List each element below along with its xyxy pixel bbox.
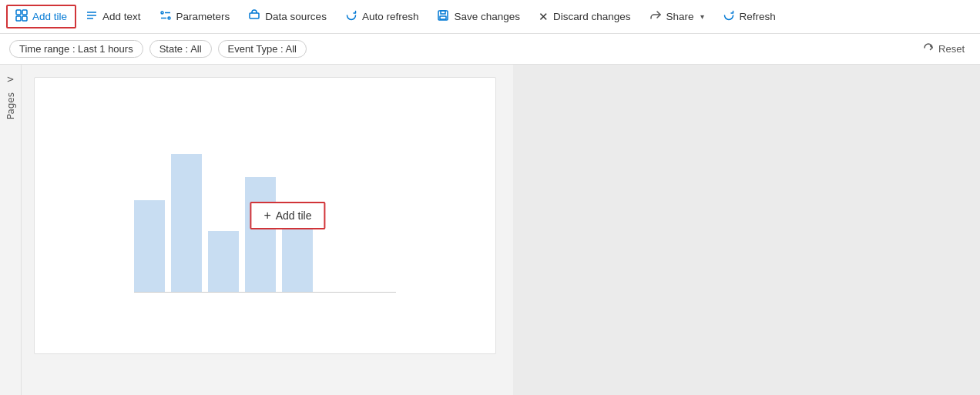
add-text-button[interactable]: Add text xyxy=(76,5,150,28)
chart-baseline xyxy=(134,292,396,293)
add-tile-icon xyxy=(15,9,28,24)
main-area: > Pages xyxy=(0,65,980,395)
discard-changes-label: Discard changes xyxy=(553,11,631,22)
svg-rect-14 xyxy=(440,16,446,19)
discard-changes-button[interactable]: ✕ Discard changes xyxy=(529,5,640,28)
reset-icon xyxy=(923,42,934,55)
auto-refresh-icon xyxy=(345,9,357,24)
svg-rect-2 xyxy=(16,16,21,21)
bar-group-1 xyxy=(134,200,165,293)
pages-label[interactable]: Pages xyxy=(5,92,16,119)
svg-rect-11 xyxy=(250,13,259,18)
bar-group-4 xyxy=(245,177,276,293)
event-type-filter[interactable]: Event Type : All xyxy=(218,40,307,58)
time-range-filter[interactable]: Time range : Last 1 hours xyxy=(9,40,143,58)
bar-3 xyxy=(208,231,239,293)
refresh-button[interactable]: Refresh xyxy=(713,5,785,28)
side-panel-toggle[interactable]: > xyxy=(3,71,17,88)
data-sources-button[interactable]: Data sources xyxy=(239,5,336,28)
svg-rect-9 xyxy=(168,17,170,19)
add-tile-canvas-button[interactable]: + Add tile xyxy=(250,202,325,229)
add-text-label: Add text xyxy=(102,11,141,22)
svg-rect-7 xyxy=(161,12,163,14)
refresh-icon xyxy=(723,9,735,24)
auto-refresh-label: Auto refresh xyxy=(362,11,419,22)
event-type-label: Event Type : All xyxy=(228,43,297,55)
reset-label: Reset xyxy=(938,43,965,55)
svg-rect-13 xyxy=(441,11,445,14)
parameters-button[interactable]: Parameters xyxy=(150,5,240,28)
share-icon xyxy=(649,9,662,24)
filter-bar: Time range : Last 1 hours State : All Ev… xyxy=(0,34,980,65)
state-label: State : All xyxy=(159,43,202,55)
bar-2 xyxy=(171,154,202,293)
toolbar: Add tile Add text Parameters Data source… xyxy=(0,0,980,34)
save-changes-button[interactable]: Save changes xyxy=(428,5,529,28)
save-changes-label: Save changes xyxy=(454,11,520,22)
svg-rect-3 xyxy=(22,16,27,21)
canvas-card: + Add tile xyxy=(34,77,496,354)
data-sources-icon xyxy=(248,9,260,24)
bar-4 xyxy=(245,177,276,293)
parameters-icon xyxy=(159,9,172,24)
share-label: Share xyxy=(666,11,694,22)
canvas-area: + Add tile xyxy=(22,65,513,395)
auto-refresh-button[interactable]: Auto refresh xyxy=(336,5,428,28)
add-tile-label: Add tile xyxy=(32,11,67,22)
reset-button[interactable]: Reset xyxy=(917,39,971,59)
right-area xyxy=(513,65,980,395)
discard-changes-icon: ✕ xyxy=(539,10,549,24)
bar-1 xyxy=(134,200,165,293)
bar-group-2 xyxy=(171,154,202,293)
bar-group-3 xyxy=(208,231,239,293)
filter-bar-right: Reset xyxy=(917,39,971,59)
state-filter[interactable]: State : All xyxy=(149,40,212,58)
svg-rect-0 xyxy=(16,10,21,15)
share-button[interactable]: Share ▾ xyxy=(640,5,713,28)
time-range-label: Time range : Last 1 hours xyxy=(19,43,133,55)
add-tile-button[interactable]: Add tile xyxy=(6,5,76,28)
add-tile-canvas-label: Add tile xyxy=(276,209,312,222)
save-changes-icon xyxy=(437,9,449,24)
side-panel: > Pages xyxy=(0,65,22,395)
refresh-label: Refresh xyxy=(740,11,776,22)
data-sources-label: Data sources xyxy=(265,11,327,22)
parameters-label: Parameters xyxy=(176,11,230,22)
svg-rect-1 xyxy=(22,10,27,15)
add-text-icon xyxy=(86,9,98,24)
add-tile-plus-icon: + xyxy=(263,209,270,223)
share-chevron-icon: ▾ xyxy=(700,12,704,21)
